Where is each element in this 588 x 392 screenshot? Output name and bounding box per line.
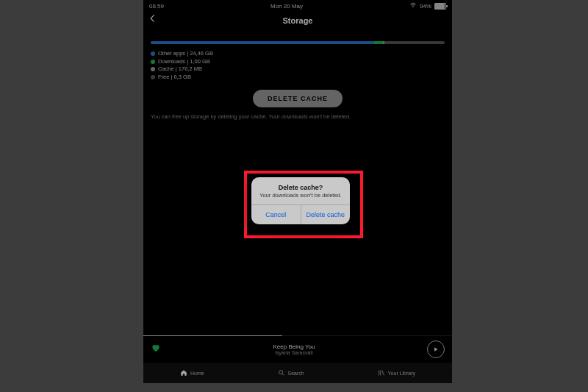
dot-icon [151, 67, 155, 71]
back-button[interactable] [148, 13, 158, 26]
dot-icon [151, 51, 155, 56]
legend-free: Free | 6,3 GB [151, 74, 445, 82]
nav-bar: Storage [143, 12, 452, 29]
playback-progress [143, 335, 452, 336]
legend-cache: Cache | 176,2 MB [151, 65, 445, 74]
delete-cache-button[interactable]: DELETE CACHE [253, 90, 343, 107]
search-icon [278, 369, 285, 377]
tab-search[interactable]: Search [278, 369, 304, 377]
track-title: Keep Being You [161, 343, 427, 350]
status-time: 08.59 [149, 3, 164, 10]
dialog-title: Delete cache? [256, 184, 345, 191]
storage-bar [151, 41, 445, 44]
dot-icon [151, 60, 155, 64]
wifi-icon [409, 1, 417, 10]
tab-home[interactable]: Home [180, 369, 204, 377]
home-icon [180, 369, 187, 377]
legend-other: Other apps | 24,46 GB [151, 50, 445, 58]
dot-icon [151, 75, 155, 79]
confirm-dialog: Delete cache? Your downloads won't be de… [251, 177, 350, 224]
bottom-tabs: Home Search Your Library [143, 363, 452, 383]
storage-seg-cache [383, 41, 384, 44]
library-icon [378, 369, 385, 377]
svg-point-0 [412, 7, 413, 7]
legend-downloads: Downloads | 1,00 GB [151, 58, 445, 66]
tab-library[interactable]: Your Library [378, 369, 416, 377]
page-title: Storage [143, 16, 452, 25]
storage-legend: Other apps | 24,46 GB Downloads | 1,00 G… [151, 50, 445, 81]
hint-text: You can free up storage by deleting your… [151, 113, 445, 120]
svg-point-1 [279, 371, 282, 374]
status-date: Mon 20 May [270, 3, 303, 10]
now-playing-bar[interactable]: Keep Being You Isyana Sarasvati [143, 335, 452, 363]
storage-seg-downloads [374, 41, 383, 44]
track-artist: Isyana Sarasvati [161, 350, 427, 355]
status-bar: 08.59 Mon 20 May 94% [143, 0, 452, 12]
heart-icon[interactable] [151, 343, 161, 356]
cancel-button[interactable]: Cancel [251, 205, 301, 224]
battery-percent: 94% [420, 3, 431, 10]
play-button[interactable] [427, 341, 445, 358]
dialog-message: Your downloads won't be deleted. [256, 192, 345, 199]
confirm-delete-button[interactable]: Delete cache [301, 205, 351, 224]
storage-seg-other [151, 41, 374, 44]
battery-icon [434, 3, 446, 10]
